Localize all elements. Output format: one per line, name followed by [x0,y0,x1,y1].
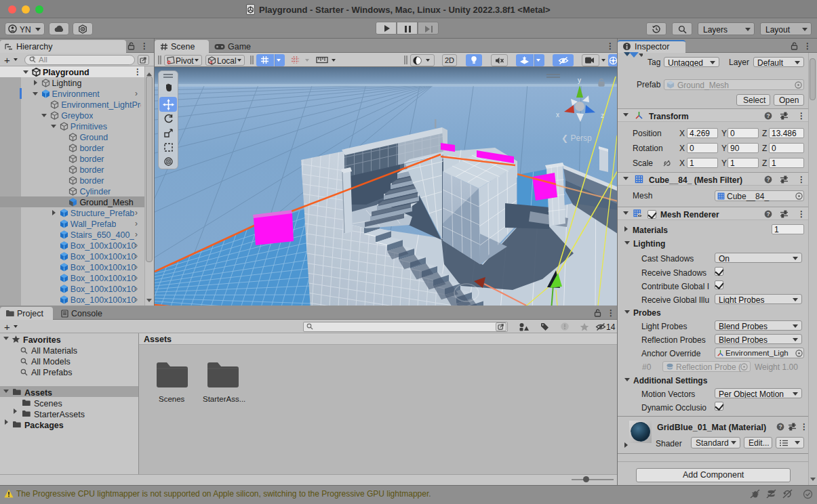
svg-text:❮ Persp: ❮ Persp [561,133,592,143]
svg-text:?: ? [766,211,770,217]
svg-text:y: y [578,77,581,84]
svg-text:?: ? [766,112,770,119]
svg-text:x: x [556,111,559,119]
svg-text:?: ? [766,176,770,183]
svg-text:z: z [601,112,604,119]
svg-text:?: ? [778,423,782,430]
